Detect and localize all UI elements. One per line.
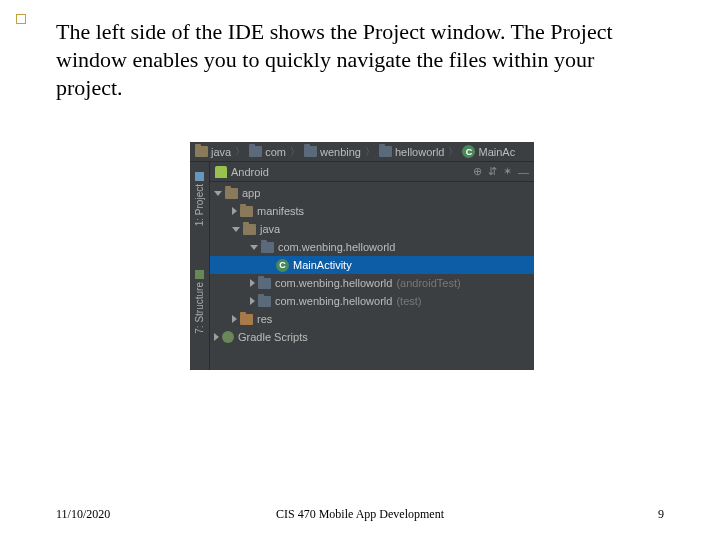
- expand-icon[interactable]: [232, 315, 237, 323]
- expand-icon[interactable]: [214, 191, 222, 196]
- folder-icon: [195, 146, 208, 157]
- package-icon: [261, 242, 274, 253]
- tree-label: com.wenbing.helloworld: [275, 295, 392, 307]
- project-panel: Android ⊕ ⇵ ✶ — app manifest: [210, 162, 534, 370]
- package-icon: [258, 278, 271, 289]
- tree-label: manifests: [257, 205, 304, 217]
- folder-icon: [240, 206, 253, 217]
- folder-icon: [379, 146, 392, 157]
- breadcrumb-label: helloworld: [395, 146, 445, 158]
- tree-label: res: [257, 313, 272, 325]
- class-icon: C: [276, 259, 289, 272]
- breadcrumb-label: java: [211, 146, 231, 158]
- gear-icon[interactable]: ✶: [503, 165, 512, 178]
- expand-icon[interactable]: [232, 207, 237, 215]
- tree-label: com.wenbing.helloworld: [275, 277, 392, 289]
- res-folder-icon: [240, 314, 253, 325]
- android-icon: [215, 166, 227, 178]
- tool-window-strip: 1: Project 7: Structure: [190, 162, 210, 370]
- chevron-right-icon: 〉: [365, 145, 375, 159]
- panel-view-selector[interactable]: Android: [231, 166, 269, 178]
- expand-icon[interactable]: [250, 297, 255, 305]
- breadcrumb-bar: java 〉 com 〉 wenbing 〉 helloworld 〉 CMai…: [190, 142, 534, 162]
- chevron-right-icon: 〉: [290, 145, 300, 159]
- tree-node-mainactivity[interactable]: C MainActivity: [210, 256, 534, 274]
- tree-node-gradle[interactable]: Gradle Scripts: [210, 328, 534, 346]
- tree-node-res[interactable]: res: [210, 310, 534, 328]
- breadcrumb-item[interactable]: wenbing: [302, 146, 363, 158]
- breadcrumb-label: wenbing: [320, 146, 361, 158]
- tree-node-package[interactable]: com.wenbing.helloworld: [210, 238, 534, 256]
- tree-label: Gradle Scripts: [238, 331, 308, 343]
- folder-icon: [249, 146, 262, 157]
- structure-icon: [195, 270, 204, 279]
- breadcrumb-label: MainAc: [478, 146, 515, 158]
- slide-footer: 11/10/2020 CIS 470 Mobile App Developmen…: [56, 507, 664, 522]
- tree-label: MainActivity: [293, 259, 352, 271]
- ide-screenshot: java 〉 com 〉 wenbing 〉 helloworld 〉 CMai…: [190, 142, 534, 370]
- collapse-icon[interactable]: ⇵: [488, 165, 497, 178]
- chevron-right-icon: 〉: [235, 145, 245, 159]
- tool-tab-label: 1: Project: [194, 184, 205, 226]
- class-icon: C: [462, 145, 475, 158]
- breadcrumb-item[interactable]: java: [193, 146, 233, 158]
- footer-title: CIS 470 Mobile App Development: [56, 507, 664, 522]
- gradle-icon: [222, 331, 234, 343]
- expand-icon[interactable]: [250, 245, 258, 250]
- project-icon: [195, 172, 204, 181]
- expand-icon[interactable]: [232, 227, 240, 232]
- project-tree: app manifests java com.wenbing.helloworl…: [210, 182, 534, 370]
- target-icon[interactable]: ⊕: [473, 165, 482, 178]
- tree-label-suffix: (test): [396, 295, 421, 307]
- tree-node-java[interactable]: java: [210, 220, 534, 238]
- tree-label: com.wenbing.helloworld: [278, 241, 395, 253]
- tree-node-manifests[interactable]: manifests: [210, 202, 534, 220]
- project-panel-header: Android ⊕ ⇵ ✶ —: [210, 162, 534, 182]
- tool-tab-structure[interactable]: 7: Structure: [194, 270, 205, 334]
- breadcrumb-item[interactable]: CMainAc: [460, 145, 517, 158]
- tree-label-suffix: (androidTest): [396, 277, 460, 289]
- tree-label: java: [260, 223, 280, 235]
- module-icon: [225, 188, 238, 199]
- breadcrumb-label: com: [265, 146, 286, 158]
- folder-icon: [243, 224, 256, 235]
- tree-node-app[interactable]: app: [210, 184, 534, 202]
- tool-tab-project[interactable]: 1: Project: [194, 172, 205, 226]
- expand-icon[interactable]: [250, 279, 255, 287]
- breadcrumb-item[interactable]: com: [247, 146, 288, 158]
- hide-icon[interactable]: —: [518, 166, 529, 178]
- accent-square: [16, 14, 26, 24]
- tree-node-package[interactable]: com.wenbing.helloworld (androidTest): [210, 274, 534, 292]
- breadcrumb-item[interactable]: helloworld: [377, 146, 447, 158]
- folder-icon: [304, 146, 317, 157]
- tool-tab-label: 7: Structure: [194, 282, 205, 334]
- slide-body-text: The left side of the IDE shows the Proje…: [56, 18, 664, 102]
- package-icon: [258, 296, 271, 307]
- tree-label: app: [242, 187, 260, 199]
- expand-icon[interactable]: [214, 333, 219, 341]
- tree-node-package[interactable]: com.wenbing.helloworld (test): [210, 292, 534, 310]
- chevron-right-icon: 〉: [448, 145, 458, 159]
